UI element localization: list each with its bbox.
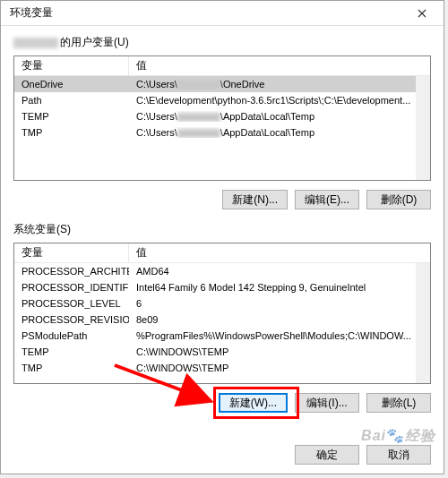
table-row[interactable]: PROCESSOR_IDENTIFIERIntel64 Family 6 Mod…	[14, 279, 430, 295]
user-buttons-row: 新建(N)... 编辑(E)... 删除(D)	[13, 190, 431, 209]
cell-value: 8e09	[129, 314, 430, 325]
table-row[interactable]: TEMPC:\WINDOWS\TEMP	[14, 344, 430, 360]
close-button[interactable]	[408, 4, 436, 23]
user-delete-button[interactable]: 删除(D)	[366, 190, 431, 209]
cell-value: C:\WINDOWS\TEMP	[129, 346, 430, 357]
cell-variable: Path	[14, 95, 129, 106]
cell-variable: TEMP	[14, 346, 129, 357]
user-edit-button[interactable]: 编辑(E)...	[295, 190, 359, 209]
sys-delete-button[interactable]: 删除(L)	[366, 393, 431, 413]
cell-value: C:\Users\\AppData\Local\Temp	[129, 127, 430, 138]
user-vars-label: 的用户变量(U)	[13, 35, 431, 50]
cell-variable: PROCESSOR_REVISION	[14, 314, 129, 325]
sys-buttons-row: 新建(W)... 编辑(I)... 删除(L)	[13, 393, 431, 413]
col-value[interactable]: 值	[129, 55, 430, 76]
cell-variable: TEMP	[14, 111, 129, 122]
sys-new-button[interactable]: 新建(W)...	[219, 393, 288, 413]
sys-vars-body: PROCESSOR_ARCHITECTAMD64PROCESSOR_IDENTI…	[14, 263, 430, 376]
table-row[interactable]: PathC:\E\development\python-3.6.5rc1\Scr…	[14, 92, 430, 108]
col-variable[interactable]: 变量	[14, 55, 129, 76]
dialog-buttons: 确定 取消	[295, 445, 431, 465]
user-new-button[interactable]: 新建(N)...	[222, 190, 288, 209]
cell-value: C:\WINDOWS\TEMP	[129, 363, 430, 373]
cell-variable: TMP	[14, 363, 129, 373]
cell-variable: PSModulePath	[14, 330, 129, 341]
dialog-content: 的用户变量(U) 变量 值 OneDriveC:\Users\\OneDrive…	[1, 26, 444, 434]
table-row[interactable]: PSModulePath%ProgramFiles%\WindowsPowerS…	[14, 328, 430, 344]
scrollbar[interactable]	[416, 263, 430, 383]
table-row[interactable]: TMPC:\Users\\AppData\Local\Temp	[14, 124, 430, 141]
close-icon	[418, 9, 426, 18]
user-vars-listbox[interactable]: 变量 值 OneDriveC:\Users\\OneDrivePathC:\E\…	[13, 55, 431, 181]
cell-variable: PROCESSOR_LEVEL	[14, 298, 129, 309]
cell-value: AMD64	[129, 266, 430, 277]
cell-variable: TMP	[14, 127, 129, 138]
table-row[interactable]: PROCESSOR_REVISION8e09	[14, 312, 430, 328]
cell-variable: PROCESSOR_ARCHITECT	[14, 266, 129, 277]
col-value[interactable]: 值	[129, 243, 430, 263]
cell-value: 6	[129, 298, 430, 309]
table-row[interactable]: TEMPC:\Users\\AppData\Local\Temp	[14, 108, 430, 124]
table-row[interactable]: PROCESSOR_ARCHITECTAMD64	[14, 263, 430, 279]
username-blur	[13, 38, 58, 48]
ok-button[interactable]: 确定	[295, 445, 359, 465]
cancel-button[interactable]: 取消	[366, 445, 431, 465]
table-row[interactable]: PROCESSOR_LEVEL6	[14, 295, 430, 312]
cell-variable: OneDrive	[14, 79, 129, 90]
sys-vars-label: 系统变量(S)	[13, 222, 431, 237]
sys-edit-button[interactable]: 编辑(I)...	[295, 393, 359, 413]
table-row[interactable]: TMPC:\WINDOWS\TEMP	[14, 360, 430, 376]
user-vars-body: OneDriveC:\Users\\OneDrivePathC:\E\devel…	[14, 76, 430, 141]
titlebar: 环境变量	[1, 1, 444, 26]
cell-value: C:\Users\\OneDrive	[129, 79, 430, 90]
cell-value: C:\E\development\python-3.6.5rc1\Scripts…	[129, 95, 430, 106]
table-row[interactable]: OneDriveC:\Users\\OneDrive	[14, 76, 430, 92]
dialog-title: 环境变量	[10, 5, 53, 21]
scrollbar[interactable]	[416, 76, 430, 180]
user-vars-label-text: 的用户变量(U)	[60, 35, 129, 50]
cell-value: %ProgramFiles%\WindowsPowerShell\Modules…	[129, 330, 430, 341]
cell-variable: PROCESSOR_IDENTIFIER	[14, 282, 129, 293]
col-variable[interactable]: 变量	[14, 243, 129, 263]
env-vars-dialog: 环境变量 的用户变量(U) 变量 值 OneDriveC:\Users\\One…	[0, 0, 444, 474]
cell-value: C:\Users\\AppData\Local\Temp	[129, 111, 430, 122]
list-header: 变量 值	[14, 243, 430, 263]
cell-value: Intel64 Family 6 Model 142 Stepping 9, G…	[129, 282, 430, 293]
sys-vars-listbox[interactable]: 变量 值 PROCESSOR_ARCHITECTAMD64PROCESSOR_I…	[13, 243, 431, 384]
list-header: 变量 值	[14, 56, 430, 76]
